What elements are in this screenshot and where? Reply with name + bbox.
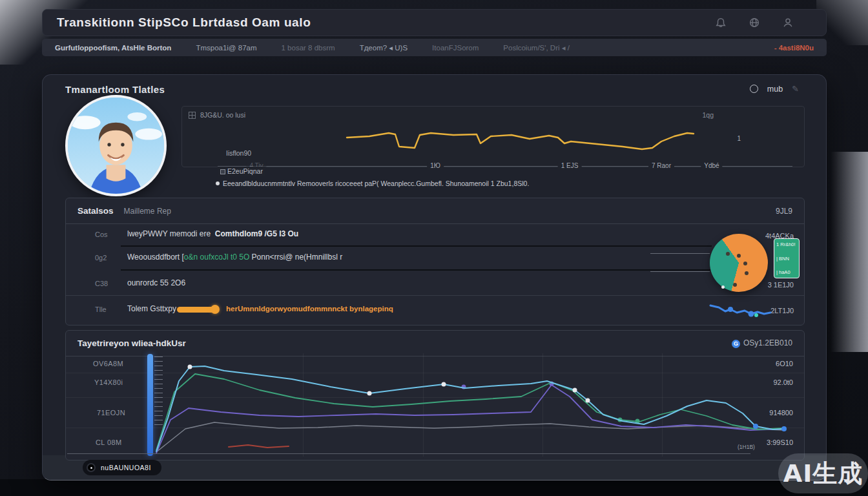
- axis-tick-1: 1 EJS: [558, 162, 582, 169]
- globe-icon[interactable]: [749, 17, 760, 28]
- stats-card-value: 9JL9: [776, 207, 792, 216]
- stats-card-title: Satalsos: [78, 206, 114, 216]
- orange-progress-pill: [177, 307, 214, 313]
- top-chart-side-label-2: E2euPiqnar: [218, 167, 265, 176]
- timeseries-card: Tayetrireyon wliea-hdkUsr GOSy1.2EB010 O…: [65, 330, 805, 460]
- nav-item-3[interactable]: Tдeom? ◂ U)S: [360, 43, 408, 52]
- pie-data-dot: [737, 254, 741, 258]
- stats-card-subtitle: Mailleme Rep: [124, 207, 171, 216]
- row-text-0: lweyPWWY memodi ere Comthdlom9 /G5 I3 Ou: [127, 229, 298, 238]
- pie-legend-box: 1 Rr&h0! | BNN | haA0: [774, 238, 800, 278]
- nav-bar: Gurfutloppoofism, AtsHle Borton Tmspoa1i…: [42, 39, 827, 56]
- nav-item-2[interactable]: 1 bosar 8 dbsrm: [282, 44, 335, 52]
- pie-chart: [710, 234, 768, 292]
- stats-card-header: Satalsos Mailleme Rep 9JL9: [66, 198, 804, 224]
- footer-status-badge[interactable]: nuBAUNUOA8I: [83, 460, 161, 475]
- user-avatar-photo[interactable]: [65, 95, 167, 196]
- ai-watermark: AI生成: [778, 453, 868, 493]
- timeseries-card-value: GOSy1.2EB010: [732, 338, 792, 348]
- blue-g-icon: G: [732, 340, 740, 348]
- row-key-2: C38: [95, 280, 108, 287]
- bg-gradient-shape-right: [831, 152, 868, 352]
- chart-scrubber-bar[interactable]: [147, 354, 153, 456]
- axis-tick-3: Ydbé: [701, 162, 722, 169]
- header-icons: [715, 17, 794, 28]
- top-trend-line: [182, 107, 805, 168]
- bottom-axis-line: [67, 453, 750, 454]
- stats-card: Satalsos Mailleme Rep 9JL9 Cos lweyPWWY …: [65, 198, 805, 326]
- orange-pill-dot: [211, 305, 220, 314]
- heavy-rule-top: [121, 245, 712, 247]
- user-icon[interactable]: [782, 17, 794, 28]
- orange-tag-label: herUmnnldgorwyomudfommnnckt bynlagepinq: [226, 305, 393, 313]
- pie-data-dot: [726, 252, 730, 256]
- row-key-0: Cos: [95, 231, 108, 238]
- row-value-2: 3 1E1J0: [768, 281, 794, 289]
- record-dot-icon: [87, 463, 96, 472]
- pie-data-dot: [743, 262, 747, 265]
- trend-sparkline: [708, 300, 781, 322]
- panel-controls: mub ✎: [750, 84, 799, 94]
- axis-end-tick: 1: [737, 135, 741, 142]
- summary-note: Eeeandlblduucnmmtntlv Remooverls ricocee…: [216, 180, 752, 187]
- radio-circle-icon[interactable]: [750, 85, 758, 93]
- nav-item-0[interactable]: Gurfutloppoofism, AtsHle Borton: [55, 44, 171, 52]
- panel-title: Tmanartloom Tlatles: [65, 84, 165, 95]
- legend-item-1: | BNN: [776, 256, 797, 262]
- axis-tick-0: 1Ю: [427, 162, 444, 169]
- heavy-rule-bottom: [121, 269, 712, 271]
- watermark-text: AI生成: [783, 457, 863, 490]
- multi-series-line-chart: [71, 353, 801, 460]
- app-header: Transkitionn StipSCo Lbrtdasd Oam ualo: [42, 9, 827, 36]
- screen: Transkitionn StipSCo Lbrtdasd Oam ualo G…: [0, 0, 868, 496]
- pie-leader-line-2: [650, 271, 710, 272]
- timeseries-card-title: Tayetrireyon wliea-hdkUsr: [78, 338, 186, 348]
- row-divider: [66, 295, 804, 296]
- axis-sub-label: (1H1B): [738, 444, 755, 450]
- edit-pen-icon[interactable]: ✎: [792, 84, 799, 94]
- bell-icon[interactable]: [715, 17, 727, 28]
- pie-data-dot-light: [721, 285, 725, 289]
- pie-data-dot: [733, 283, 737, 287]
- nav-item-1[interactable]: Tmspoa1i@ 87am: [196, 44, 256, 52]
- legend-chip-icon: [220, 169, 225, 174]
- panel-toggle-label[interactable]: mub: [767, 85, 783, 94]
- bullet-dot-icon: [216, 181, 220, 185]
- nav-item-5[interactable]: Poslcoium/S', Dri ◂ /: [503, 43, 570, 52]
- nav-alert-badge: - 4asti8N0u: [774, 44, 814, 52]
- top-trend-chart: 8JG&U. oo lusi 1qg Iisflon90 4 Tiv 1Ю 1 …: [181, 106, 805, 167]
- timeseries-card-header: Tayetrireyon wliea-hdkUsr GOSy1.2EB010: [66, 331, 804, 356]
- footer-badge-label: nuBAUNUOA8I: [101, 464, 151, 471]
- legend-item-2: | haA0: [776, 269, 797, 275]
- pie-leader-line-1: [650, 253, 710, 254]
- axis-tick-2: 7 Raor: [648, 162, 674, 169]
- top-chart-side-label-1: Iisflon90: [226, 149, 251, 157]
- scrubber-tick-marks: [154, 356, 163, 429]
- row-text-2: ounrordc 55 2O6: [127, 278, 185, 287]
- pie-data-dot: [745, 271, 749, 275]
- row-key-1: 0g2: [95, 254, 107, 262]
- app-title: Transkitionn StipSCo Lbrtdasd Oam ualo: [57, 16, 311, 30]
- avatar-illustration: [68, 98, 164, 194]
- bg-bottom-strip: [0, 479, 868, 496]
- row-text-3: Tolem Gsttxpy: [127, 304, 176, 313]
- nav-item-4[interactable]: ItoanFJSorom: [432, 44, 479, 52]
- highlighted-green-text: o&n oufxcoJl t0 5O: [184, 253, 249, 262]
- row-key-3: Tlle: [95, 305, 107, 313]
- main-panel: Tmanartloom Tlatles mub ✎: [42, 74, 827, 480]
- row-text-1: Weoousddfbort [o&n oufxcoJl t0 5O Ponn<r…: [127, 253, 342, 262]
- legend-item-0: 1 Rr&h0!: [776, 242, 797, 247]
